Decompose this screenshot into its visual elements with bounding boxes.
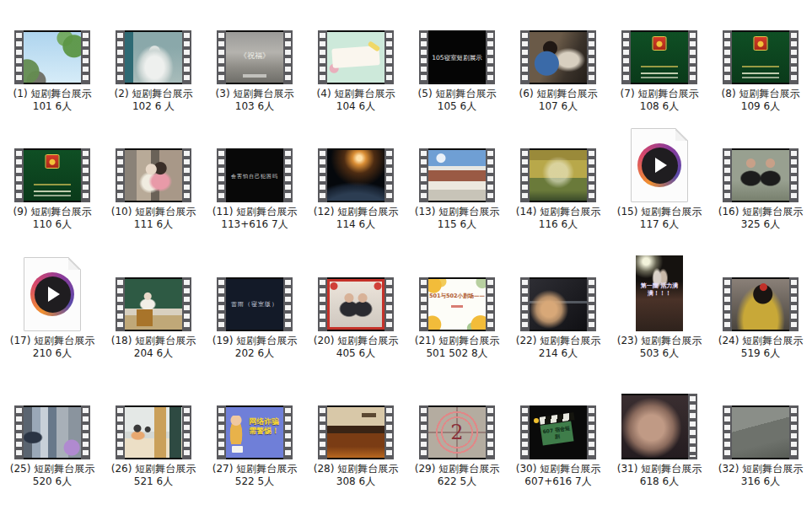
file-item-20[interactable]: (20) 短剧舞台展示 405 6人 — [305, 254, 406, 382]
file-item-18[interactable]: (18) 短剧舞台展示 204 6人 — [103, 254, 204, 382]
thumbnail-area — [305, 125, 406, 202]
filmstrip-sprockets-left — [520, 30, 530, 84]
filmstrip-sprockets-right — [688, 30, 697, 84]
filmstrip-thumbnail: 607 宿舍短剧 — [520, 405, 596, 459]
video-thumbnail — [530, 150, 587, 201]
file-label: (14) 短剧舞台展示 116 6人 — [512, 206, 605, 231]
thumbnail-area: 会害怕自己犯困吗 — [204, 125, 305, 202]
file-item-11[interactable]: 会害怕自己犯困吗(11) 短剧舞台展示 113+616 7人 — [204, 125, 305, 254]
thumbnail-overlay-text: 105寝室短剧展示 — [428, 54, 486, 62]
filmstrip-thumbnail — [116, 148, 191, 202]
thumbnail-overlay-text: 2 — [428, 422, 486, 443]
thumbnail-area — [710, 7, 811, 84]
file-item-31[interactable]: (31) 短剧舞台展示 618 6人 — [609, 382, 710, 508]
file-item-21[interactable]: 501与502小剧场——(21) 短剧舞台展示501 502 8人 — [406, 254, 508, 382]
thumbnail-overlay-text: 第一圈 活力满满！！！ — [636, 282, 683, 298]
filmstrip-sprockets-left — [723, 148, 732, 202]
file-item-9[interactable]: (9) 短剧舞台展示 110 6人 — [2, 125, 103, 254]
filmstrip-sprockets-left — [116, 405, 125, 459]
filmstrip-sprockets-left — [14, 405, 24, 459]
file-item-19[interactable]: 雷雨（寝室版）(19) 短剧舞台展示 202 6人 — [204, 254, 305, 382]
thumbnail-area — [103, 7, 204, 84]
file-label: (1) 短剧舞台展示 101 6人 — [6, 88, 99, 113]
file-item-10[interactable]: (10) 短剧舞台展示 111 6人 — [103, 125, 204, 254]
file-item-14[interactable]: (14) 短剧舞台展示 116 6人 — [508, 125, 609, 254]
file-label: (13) 短剧舞台展示 115 6人 — [411, 206, 503, 231]
thumbnail-overlay-text: 607 宿舍短剧 — [540, 421, 573, 446]
thumbnail-area: 2 — [406, 382, 508, 459]
file-item-24[interactable]: (24) 短剧舞台展示 519 6人 — [710, 254, 811, 382]
filmstrip-sprockets-right — [789, 405, 799, 459]
file-item-23[interactable]: 第一圈 活力满满！！！(23) 短剧舞台展示 503 6人 — [609, 254, 710, 382]
filmstrip-thumbnail — [520, 30, 596, 84]
filmstrip-sprockets-left — [318, 277, 327, 331]
filmstrip-sprockets-right — [688, 394, 697, 459]
filmstrip-sprockets-right — [283, 405, 293, 459]
video-thumbnail — [732, 407, 789, 458]
thumbnail-area — [609, 125, 710, 202]
video-thumbnail: 网络诈骗 需警惕！ — [226, 407, 283, 458]
file-label: (25) 短剧舞台展示 520 6人 — [6, 463, 99, 488]
file-item-7[interactable]: (7) 短剧舞台展示 108 6人 — [609, 7, 710, 125]
thumbnail-area — [508, 254, 609, 331]
file-item-12[interactable]: (12) 短剧舞台展示 114 6人 — [305, 125, 406, 254]
filmstrip-thumbnail — [116, 30, 191, 84]
file-item-22[interactable]: (22) 短剧舞台展示 214 6人 — [508, 254, 609, 382]
file-item-32[interactable]: (32) 短剧舞台展示 316 6人 — [710, 382, 811, 508]
file-item-25[interactable]: (25) 短剧舞台展示 520 6人 — [2, 382, 103, 508]
video-thumbnail — [125, 279, 182, 330]
file-label: (26) 短剧舞台展示 521 6人 — [107, 463, 200, 488]
filmstrip-sprockets-left — [621, 30, 631, 84]
filmstrip-sprockets-right — [182, 277, 191, 331]
thumbnail-overlay-text: 会害怕自己犯困吗 — [226, 172, 283, 180]
file-item-17[interactable]: (17) 短剧舞台展示 210 6人 — [2, 254, 103, 382]
filmstrip-thumbnail — [14, 30, 90, 84]
file-item-5[interactable]: 105寝室短剧展示(5) 短剧舞台展示 105 6人 — [406, 7, 508, 125]
filmstrip-sprockets-right — [182, 405, 191, 459]
thumbnail-area: 《祝福》 — [204, 7, 305, 84]
file-item-3[interactable]: 《祝福》(3) 短剧舞台展示 103 6人 — [204, 7, 305, 125]
video-thumbnail: 105寝室短剧展示 — [428, 32, 486, 83]
file-label: (11) 短剧舞台展示 113+616 7人 — [208, 206, 301, 231]
thumbnail-overlay-text: 501与502小剧场—— — [428, 293, 486, 300]
file-item-1[interactable]: (1) 短剧舞台展示 101 6人 — [2, 7, 103, 125]
file-item-26[interactable]: (26) 短剧舞台展示 521 6人 — [103, 382, 204, 508]
filmstrip-sprockets-left — [116, 277, 125, 331]
file-grid: (1) 短剧舞台展示 101 6人(2) 短剧舞台展示 102 6 人《祝福》(… — [0, 0, 812, 508]
filmstrip-thumbnail: 501与502小剧场—— — [419, 277, 495, 331]
filmstrip-sprockets-left — [723, 277, 732, 331]
filmstrip-thumbnail: 《祝福》 — [217, 30, 293, 84]
filmstrip-sprockets-left — [116, 148, 125, 202]
play-circle — [642, 148, 678, 184]
filmstrip-sprockets-left — [520, 148, 530, 202]
thumbnail-area — [508, 125, 609, 202]
file-item-2[interactable]: (2) 短剧舞台展示 102 6 人 — [103, 7, 204, 125]
file-item-8[interactable]: (8) 短剧舞台展示 109 6人 — [710, 7, 811, 125]
video-thumbnail — [732, 32, 789, 83]
filmstrip-sprockets-left — [520, 405, 530, 459]
video-thumbnail — [327, 150, 384, 201]
file-item-29[interactable]: 2(29) 短剧舞台展示 622 5人 — [406, 382, 508, 508]
file-item-30[interactable]: 607 宿舍短剧(30) 短剧舞台展示 607+616 7人 — [508, 382, 609, 508]
filmstrip-sprockets-right — [486, 277, 495, 331]
thumbnail-area: 第一圈 活力满满！！！ — [609, 254, 710, 331]
thumbnail-area — [710, 125, 811, 202]
file-label: (24) 短剧舞台展示 519 6人 — [714, 335, 807, 360]
filmstrip-sprockets-right — [283, 148, 293, 202]
filmstrip-sprockets-right — [283, 277, 293, 331]
file-item-16[interactable]: (16) 短剧舞台展示 325 6人 — [710, 125, 811, 254]
video-file-icon — [24, 257, 81, 331]
filmstrip-sprockets-left — [419, 277, 428, 331]
filmstrip-sprockets-right — [789, 277, 799, 331]
file-item-27[interactable]: 网络诈骗 需警惕！(27) 短剧舞台展示 522 5人 — [204, 382, 305, 508]
thumbnail-area — [710, 254, 811, 331]
file-item-15[interactable]: (15) 短剧舞台展示 117 6人 — [609, 125, 710, 254]
thumbnail-area: 雷雨（寝室版） — [204, 254, 305, 331]
video-thumbnail: 2 — [428, 407, 486, 458]
file-item-13[interactable]: (13) 短剧舞台展示 115 6人 — [406, 125, 508, 254]
file-item-28[interactable]: (28) 短剧舞台展示 308 6人 — [305, 382, 406, 508]
filmstrip-thumbnail — [318, 405, 394, 459]
video-thumbnail — [125, 32, 182, 83]
file-item-6[interactable]: (6) 短剧舞台展示 107 6人 — [508, 7, 609, 125]
file-item-4[interactable]: (4) 短剧舞台展示104 6人 — [305, 7, 406, 125]
